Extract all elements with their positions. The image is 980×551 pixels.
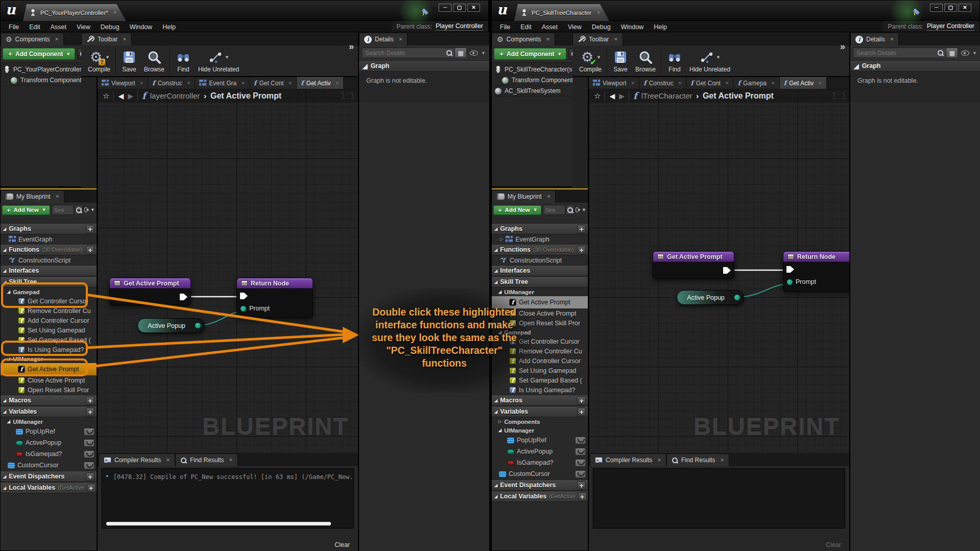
chevron-down-icon[interactable]: ▼ (716, 55, 721, 60)
hide-unrelated-button[interactable]: ▼Hide Unrelated (195, 45, 243, 77)
node-get-active-prompt[interactable]: Get Active Prompt (109, 278, 191, 305)
nav-back-icon[interactable]: ◀ (609, 92, 615, 100)
component-item-ac-skilltreesystem[interactable]: AC_SkillTreeSystem (492, 86, 572, 97)
asset-tab-close-icon[interactable]: × (114, 10, 117, 15)
compile-button[interactable]: ⚙✔▼Compile (576, 45, 605, 77)
tab-close-icon[interactable]: ✕ (725, 81, 729, 86)
graph-tab-get-cont[interactable]: fGet Cont✕ (686, 77, 733, 89)
menu-window[interactable]: Window (616, 22, 649, 32)
details-view-options[interactable]: ▼ (469, 51, 487, 56)
exec-out-pin[interactable] (723, 267, 731, 274)
node-return[interactable]: Return Node Prompt (783, 251, 849, 292)
add-button[interactable]: ＋ (87, 484, 95, 492)
tab-close-icon[interactable]: ✕ (187, 81, 191, 86)
component-item-pc-skilltreecharacter-self[interactable]: PC_SkillTreeCharacter(self) (492, 64, 572, 75)
tree-row-eventgraph[interactable]: ▷EventGraph (492, 234, 588, 244)
prompt-data-pin[interactable] (787, 279, 793, 285)
tree-row-skill-tree[interactable]: ◢Skill Tree (1, 276, 97, 288)
browse-button[interactable]: Browse (632, 45, 659, 77)
menu-asset[interactable]: Asset (537, 22, 563, 32)
exec-in-pin[interactable] (786, 266, 794, 273)
collapse-arrow-icon[interactable]: ◢ (3, 474, 6, 479)
collapse-arrow-icon[interactable]: ◢ (3, 227, 6, 231)
variable-visibility-icon[interactable] (84, 462, 94, 469)
tree-row-is-using-gamepad[interactable]: fIs Using Gamepad? (1, 345, 97, 354)
find-button[interactable]: Find (172, 45, 195, 77)
tree-row-get-controller-cursor[interactable]: fGet Controller Cursor (1, 296, 97, 306)
tab-close-icon[interactable]: ✕ (818, 81, 822, 86)
browse-button[interactable]: Browse (140, 45, 168, 77)
results-tab-find-results[interactable]: Find Results✕ (666, 453, 729, 466)
graph-tab-viewport[interactable]: Viewport✕ (589, 77, 639, 89)
tree-row-set-using-gamepad[interactable]: fSet Using Gamepad (1, 325, 97, 335)
variable-visibility-icon[interactable] (575, 448, 586, 456)
node-get-active-prompt[interactable]: Get Active Prompt (653, 251, 734, 279)
menu-view[interactable]: View (563, 22, 587, 32)
chevron-down-icon[interactable]: ▼ (105, 55, 110, 60)
my-blueprint-tab[interactable]: My Blueprint ✕ (1, 190, 64, 203)
node-return[interactable]: Return Node Prompt (236, 278, 313, 318)
collapse-arrow-icon[interactable]: ◢ (494, 227, 497, 231)
tab-close-icon[interactable]: ✕ (288, 81, 292, 86)
collapse-arrow-icon[interactable]: ◢ (3, 248, 6, 252)
variable-visibility-icon[interactable] (84, 439, 94, 447)
tree-row-popupref[interactable]: PopUpRef (1, 426, 97, 437)
tree-row-functions[interactable]: ◢Functions(30 Overridable)＋ (1, 244, 97, 255)
find-button[interactable]: Find (663, 45, 686, 77)
tab-close-icon[interactable]: ✕ (657, 458, 661, 463)
tree-row-event-dispatchers[interactable]: ◢Event Dispatchers＋ (1, 471, 97, 482)
my-blueprint-tab-close-icon[interactable]: ✕ (547, 194, 551, 199)
tab-close-icon[interactable]: ✕ (721, 458, 725, 463)
prompt-data-pin[interactable] (241, 306, 246, 312)
save-button[interactable]: Save (118, 45, 140, 77)
add-button[interactable]: ＋ (86, 225, 94, 233)
my-blueprint-search-input[interactable] (543, 205, 565, 215)
collapse-arrow-icon[interactable]: ◢ (3, 398, 6, 403)
collapse-arrow-icon[interactable]: ◢ (498, 428, 501, 433)
close-button[interactable]: ✕ (959, 4, 971, 12)
toolbar-tab-close-icon[interactable]: ✕ (614, 37, 618, 42)
chevron-down-icon[interactable]: ▼ (90, 207, 95, 212)
details-search-input[interactable] (362, 47, 456, 58)
visibility-filter-icon[interactable] (84, 207, 87, 212)
asset-tab-close-icon[interactable]: × (597, 10, 600, 15)
details-section-graph[interactable]: ◢Graph (850, 60, 980, 71)
tree-row-gamepad[interactable]: ◢Gamepad (1, 288, 97, 296)
my-blueprint-search-input[interactable] (52, 205, 74, 215)
add-button[interactable]: ＋ (86, 396, 94, 405)
breadcrumb-root[interactable]: layerController (150, 91, 200, 100)
hide-unrelated-button[interactable]: ▼Hide Unrelated (686, 45, 734, 77)
tree-row-macros[interactable]: ◢Macros＋ (1, 395, 97, 406)
tree-row-graphs[interactable]: ◢Graphs＋ (492, 223, 588, 234)
tab-close-icon[interactable]: ✕ (631, 81, 635, 86)
asset-tab[interactable]: PC_SkillTreeCharacter × (514, 4, 609, 21)
save-button[interactable]: Save (609, 45, 632, 77)
tree-row-activepopup[interactable]: ActivePopup (1, 437, 97, 448)
results-tab-compiler-results[interactable]: >_Compiler Results✕ (99, 453, 175, 466)
tree-row-add-controller-cursor[interactable]: fAdd Controller Cursor (1, 316, 97, 325)
tree-row-open-reset-skill-pror[interactable]: fOpen Reset Skill Pror (1, 385, 97, 395)
graph-tab-get-cont[interactable]: fGet Cont✕ (250, 77, 297, 89)
tree-row-uimanager[interactable]: ◢UIManager (1, 417, 97, 426)
tree-row-variables[interactable]: ◢Variables＋ (1, 406, 97, 417)
variable-visibility-icon[interactable] (84, 428, 94, 436)
components-tab-close-icon[interactable]: ✕ (55, 37, 59, 42)
collapse-arrow-icon[interactable]: ◢ (7, 356, 10, 361)
tree-row-constructionscript[interactable]: fConstructionScript (492, 255, 588, 265)
menu-view[interactable]: View (71, 22, 95, 32)
component-item-transform-component-t[interactable]: Transform Component (T (492, 75, 572, 86)
tab-close-icon[interactable]: ✕ (336, 81, 340, 86)
menu-window[interactable]: Window (125, 22, 157, 32)
details-tab-close-icon[interactable]: ✕ (399, 37, 403, 42)
chevron-down-icon[interactable]: ▼ (596, 55, 601, 60)
collapse-arrow-icon[interactable]: ◢ (7, 290, 10, 294)
variable-visibility-icon[interactable] (575, 437, 586, 444)
collapse-arrow-icon[interactable]: ◢ (3, 280, 6, 284)
asset-tab[interactable]: PC_YourPlayerController* × (23, 4, 126, 21)
details-search-input[interactable] (853, 47, 947, 58)
chevron-down-icon[interactable]: ▼ (582, 207, 586, 212)
add-component-button[interactable]: ＋Add Component▼ (494, 48, 566, 60)
tree-row-customcursor[interactable]: CustomCursor (1, 460, 97, 471)
exec-out-pin[interactable] (180, 294, 187, 300)
collapse-arrow-icon[interactable]: ◢ (3, 269, 6, 273)
